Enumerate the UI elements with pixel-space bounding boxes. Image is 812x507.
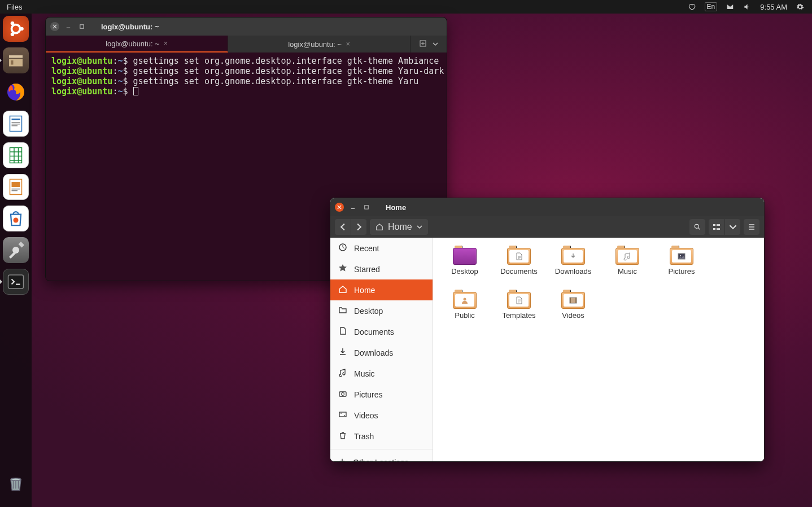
svg-point-1 (20, 27, 24, 31)
sidebar-item-pictures[interactable]: Pictures (330, 384, 433, 405)
trash-icon (338, 431, 347, 442)
sidebar-item-other-locations[interactable]: Other Locations (330, 452, 433, 461)
svg-point-39 (464, 298, 466, 301)
search-icon (693, 223, 701, 231)
svg-rect-9 (12, 119, 20, 120)
minimize-icon (351, 205, 355, 209)
close-tab-icon[interactable]: × (164, 40, 168, 47)
svg-rect-27 (717, 224, 720, 225)
sidebar-item-starred[interactable]: Starred (330, 259, 433, 279)
svg-rect-15 (12, 182, 20, 187)
view-options-button[interactable] (724, 219, 740, 235)
firefox-icon (6, 82, 26, 102)
hamburger-menu-button[interactable] (744, 219, 759, 235)
terminal-maximize-button[interactable] (77, 22, 86, 31)
new-tab-button[interactable] (419, 40, 427, 49)
sidebar-item-desktop[interactable]: Desktop (330, 300, 433, 321)
dock-app-terminal[interactable] (3, 269, 29, 295)
path-label: Home (388, 222, 412, 232)
terminal-close-button[interactable] (50, 22, 59, 31)
dock-app-calc[interactable] (3, 142, 29, 168)
speaker-icon (743, 3, 751, 11)
view-mode-button[interactable] (709, 219, 724, 235)
path-bar[interactable]: Home (370, 219, 428, 235)
trash-icon (6, 473, 26, 493)
folder-downloads[interactable]: Downloads (546, 246, 600, 287)
folder-documents[interactable]: Documents (492, 246, 546, 287)
tab-menu-button[interactable] (433, 40, 438, 49)
folder-templates[interactable]: Templates (492, 290, 546, 331)
sidebar-item-downloads[interactable]: Downloads (330, 342, 433, 363)
files-sidebar: Recent Starred Home Desktop Documents Do… (330, 238, 433, 461)
dock-app-software[interactable] (3, 206, 29, 231)
files-minimize-button[interactable] (348, 203, 357, 212)
gear-icon (796, 3, 804, 11)
folder-pictures[interactable]: Pictures (654, 246, 709, 287)
folder-icon (338, 305, 347, 316)
nav-back-button[interactable] (335, 219, 351, 235)
terminal-titlebar[interactable]: logix@ubuntu: ~ (46, 18, 447, 36)
svg-point-36 (344, 415, 345, 416)
clock-indicator[interactable]: 9:55 AM (756, 3, 792, 11)
sidebar-item-recent[interactable]: Recent (330, 238, 433, 259)
svg-rect-28 (717, 225, 720, 226)
dock-trash[interactable] (3, 470, 29, 496)
sidebar-item-label: Pictures (354, 390, 383, 399)
star-icon (338, 264, 347, 274)
dock-app-settings[interactable] (3, 237, 29, 263)
sidebar-item-documents[interactable]: Documents (330, 321, 433, 342)
sidebar-item-videos[interactable]: Videos (330, 405, 433, 426)
hamburger-icon (748, 223, 756, 231)
chevron-down-icon (433, 41, 438, 47)
folder-icon (507, 290, 531, 309)
heart-icon (688, 3, 696, 11)
folder-label: Pictures (669, 267, 695, 276)
nav-forward-button[interactable] (351, 219, 366, 235)
mail-indicator[interactable] (722, 3, 739, 11)
dock-app-ubuntu[interactable] (3, 16, 29, 42)
chevron-left-icon (339, 223, 347, 231)
close-icon (337, 205, 342, 209)
sidebar-item-music[interactable]: Music (330, 363, 433, 384)
close-icon (53, 24, 57, 29)
terminal-tabbar: logix@ubuntu: ~ × logix@ubuntu: ~ × (46, 36, 447, 53)
close-tab-icon[interactable]: × (346, 40, 350, 48)
sync-indicator[interactable] (683, 3, 700, 11)
minimize-icon (66, 24, 71, 29)
home-icon (376, 223, 383, 231)
folder-desktop[interactable]: Desktop (438, 246, 492, 287)
svg-point-20 (11, 478, 21, 481)
volume-indicator[interactable] (739, 3, 756, 11)
folder-music[interactable]: Music (600, 246, 654, 287)
panel-app-menu[interactable]: Files (3, 2, 25, 12)
sidebar-item-label: Starred (354, 265, 380, 274)
files-content[interactable]: Desktop Documents Downloads Music (433, 238, 764, 461)
sidebar-item-home[interactable]: Home (330, 279, 433, 300)
svg-point-0 (12, 25, 20, 33)
folder-videos[interactable]: Videos (546, 290, 600, 331)
terminal-minimize-button[interactable] (64, 22, 73, 31)
language-indicator[interactable]: En (700, 2, 722, 11)
svg-rect-25 (713, 224, 715, 226)
dock-app-impress[interactable] (3, 174, 29, 200)
mail-icon (726, 3, 734, 11)
search-button[interactable] (689, 219, 705, 235)
sidebar-item-label: Recent (354, 244, 379, 253)
clock-icon (338, 243, 347, 253)
files-close-button[interactable] (335, 203, 344, 212)
new-tab-icon (419, 40, 427, 47)
terminal-tab-1[interactable]: logix@ubuntu: ~ × (228, 36, 411, 53)
dock-app-firefox[interactable] (3, 79, 29, 105)
dock-app-writer[interactable] (3, 111, 29, 137)
folder-label: Videos (562, 311, 584, 320)
folder-public[interactable]: Public (438, 290, 492, 331)
terminal-title: logix@ubuntu: ~ (101, 23, 159, 31)
system-indicator[interactable] (792, 3, 809, 11)
terminal-tab-0[interactable]: logix@ubuntu: ~ × (46, 36, 228, 53)
folder-label: Public (455, 311, 474, 320)
top-panel: Files En 9:55 AM (0, 0, 812, 14)
dock-app-files[interactable] (3, 47, 29, 73)
files-titlebar[interactable]: Home (330, 198, 764, 216)
sidebar-item-trash[interactable]: Trash (330, 426, 433, 447)
files-maximize-button[interactable] (362, 203, 371, 212)
